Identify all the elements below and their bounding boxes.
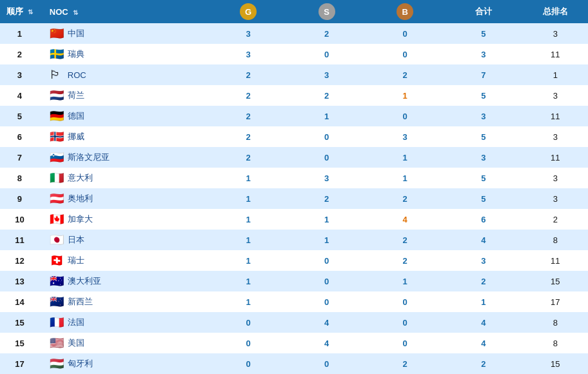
cell-gold: 3 — [209, 44, 288, 64]
gold-medal-icon: G — [240, 3, 257, 20]
cell-gold: 2 — [209, 64, 288, 85]
cell-gold: 0 — [209, 312, 288, 333]
cell-rank: 1 — [0, 23, 39, 44]
cell-noc: 🇦🇹奥地利 — [39, 188, 209, 209]
table-row: 14🇳🇿新西兰100117 — [0, 291, 588, 312]
cell-total: 6 — [444, 209, 523, 230]
medal-table-container: 顺序 ⇅ NOC ⇅ G S B 合计 — [0, 0, 588, 374]
flag-icon: 🇩🇪 — [50, 112, 64, 121]
noc-name: 日本 — [68, 234, 84, 246]
cell-rank: 4 — [0, 85, 39, 106]
cell-rank: 10 — [0, 209, 39, 230]
cell-rank: 6 — [0, 126, 39, 147]
cell-noc: 🇸🇮斯洛文尼亚 — [39, 147, 209, 168]
cell-bronze: 2 — [366, 230, 444, 250]
cell-total: 2 — [444, 271, 523, 291]
noc-name: 挪威 — [68, 131, 84, 143]
silver-medal-icon: S — [318, 3, 335, 20]
cell-gold: 2 — [209, 106, 288, 126]
cell-overall-rank: 11 — [523, 106, 588, 126]
cell-silver: 1 — [288, 209, 366, 230]
cell-silver: 0 — [288, 291, 366, 312]
table-row: 7🇸🇮斯洛文尼亚201311 — [0, 147, 588, 168]
flag-icon: 🇯🇵 — [50, 235, 64, 245]
cell-bronze: 0 — [366, 333, 444, 353]
cell-rank: 3 — [0, 64, 39, 85]
cell-rank: 17 — [0, 353, 39, 374]
cell-bronze: 3 — [366, 126, 444, 147]
cell-bronze: 1 — [366, 168, 444, 188]
flag-icon: 🇭🇺 — [50, 359, 64, 369]
cell-bronze: 0 — [366, 312, 444, 333]
cell-bronze: 1 — [366, 271, 444, 291]
cell-bronze: 2 — [366, 250, 444, 271]
cell-gold: 2 — [209, 126, 288, 147]
cell-noc: 🇫🇷法国 — [39, 312, 209, 333]
table-row: 1🇨🇳中国32053 — [0, 23, 588, 44]
cell-silver: 2 — [288, 188, 366, 209]
table-row: 10🇨🇦加拿大11462 — [0, 209, 588, 230]
cell-gold: 0 — [209, 353, 288, 374]
noc-name: 澳大利亚 — [68, 275, 101, 287]
cell-gold: 0 — [209, 333, 288, 353]
cell-rank: 9 — [0, 188, 39, 209]
flag-icon: 🇮🇹 — [50, 173, 64, 183]
header-overall[interactable]: 总排名 — [523, 0, 588, 23]
table-row: 13🇦🇺澳大利亚101215 — [0, 271, 588, 291]
cell-overall-rank: 3 — [523, 126, 588, 147]
cell-rank: 11 — [0, 230, 39, 250]
cell-rank: 2 — [0, 44, 39, 64]
table-row: 12🇨🇭瑞士102311 — [0, 250, 588, 271]
noc-name: 法国 — [68, 317, 84, 328]
cell-noc: 🇨🇳中国 — [39, 23, 209, 44]
noc-name: 美国 — [68, 337, 84, 349]
cell-bronze: 2 — [366, 64, 444, 85]
noc-name: 德国 — [68, 110, 84, 122]
cell-bronze: 0 — [366, 291, 444, 312]
cell-silver: 0 — [288, 126, 366, 147]
flag-icon: 🏳 — [50, 70, 64, 80]
table-row: 9🇦🇹奥地利12253 — [0, 188, 588, 209]
cell-bronze: 0 — [366, 44, 444, 64]
cell-silver: 2 — [288, 23, 366, 44]
noc-name: ROC — [68, 70, 86, 80]
header-silver[interactable]: S — [288, 0, 366, 23]
noc-name: 瑞士 — [68, 255, 84, 266]
cell-gold: 1 — [209, 168, 288, 188]
cell-total: 3 — [444, 147, 523, 168]
cell-total: 5 — [444, 168, 523, 188]
cell-silver: 2 — [288, 85, 366, 106]
cell-overall-rank: 3 — [523, 168, 588, 188]
cell-total: 4 — [444, 333, 523, 353]
sort-icon-rank: ⇅ — [28, 8, 33, 15]
header-rank[interactable]: 顺序 ⇅ — [0, 0, 39, 23]
cell-noc: 🇦🇺澳大利亚 — [39, 271, 209, 291]
header-total[interactable]: 合计 — [444, 0, 523, 23]
noc-name: 匈牙利 — [68, 358, 93, 369]
cell-overall-rank: 11 — [523, 44, 588, 64]
cell-silver: 1 — [288, 106, 366, 126]
cell-total: 4 — [444, 312, 523, 333]
cell-noc: 🇨🇦加拿大 — [39, 209, 209, 230]
table-row: 15🇫🇷法国04048 — [0, 312, 588, 333]
flag-icon: 🇫🇷 — [50, 318, 64, 328]
cell-total: 4 — [444, 230, 523, 250]
sort-icon-noc: ⇅ — [73, 9, 78, 16]
flag-icon: 🇺🇸 — [50, 339, 64, 348]
cell-bronze: 1 — [366, 147, 444, 168]
table-row: 3🏳ROC23271 — [0, 64, 588, 85]
cell-overall-rank: 15 — [523, 271, 588, 291]
cell-gold: 1 — [209, 271, 288, 291]
table-row: 17🇭🇺匈牙利002215 — [0, 353, 588, 374]
cell-overall-rank: 8 — [523, 312, 588, 333]
flag-icon: 🇨🇦 — [50, 215, 64, 224]
noc-name: 斯洛文尼亚 — [68, 152, 110, 163]
header-bronze[interactable]: B — [366, 0, 444, 23]
noc-name: 瑞典 — [68, 48, 84, 60]
header-noc[interactable]: NOC ⇅ — [39, 0, 209, 23]
cell-gold: 1 — [209, 291, 288, 312]
cell-rank: 15 — [0, 333, 39, 353]
cell-rank: 12 — [0, 250, 39, 271]
cell-bronze: 1 — [366, 85, 444, 106]
header-gold[interactable]: G — [209, 0, 288, 23]
